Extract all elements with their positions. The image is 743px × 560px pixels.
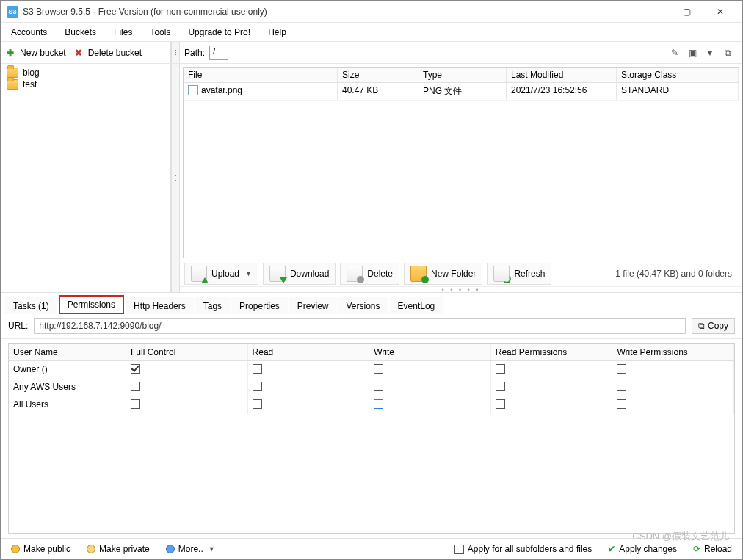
checkbox[interactable]	[253, 364, 262, 374]
menu-buckets[interactable]: Buckets	[57, 25, 104, 40]
new-folder-label: New Folder	[431, 269, 476, 279]
apply-changes-label: Apply changes	[619, 544, 677, 554]
minimize-button[interactable]: —	[637, 1, 670, 22]
main-split: blogtest ⋮ File Size Type Last Modified …	[1, 64, 742, 293]
close-button[interactable]: ✕	[703, 1, 736, 22]
url-field[interactable]: http://192.168.7.142:9090/blog/	[34, 318, 686, 334]
checkbox[interactable]	[496, 364, 505, 374]
checkbox[interactable]	[374, 364, 383, 374]
perm-header-readp[interactable]: Read Permissions	[491, 344, 613, 360]
perm-header-full[interactable]: Full Control	[126, 344, 248, 360]
chevron-down-icon[interactable]: ▼	[245, 270, 252, 277]
checkbox[interactable]	[131, 382, 140, 391]
permissions-grid: User Name Full Control Read Write Read P…	[8, 343, 735, 534]
make-public-button[interactable]: Make public	[7, 542, 75, 556]
chevron-down-icon[interactable]: ▼	[209, 545, 215, 553]
apply-all-checkbox[interactable]: Apply for all subfolders and files	[450, 542, 596, 556]
perm-header-write[interactable]: Write	[369, 344, 491, 360]
plus-icon: ✚	[7, 48, 17, 58]
checkbox[interactable]	[374, 382, 383, 391]
file-status: 1 file (40.47 KB) and 0 folders	[556, 269, 738, 279]
apply-all-label: Apply for all subfolders and files	[468, 544, 592, 554]
tab-permissions[interactable]: Permissions	[59, 295, 124, 314]
tab-versions[interactable]: Versions	[338, 297, 388, 314]
copy-button[interactable]: ⧉Copy	[692, 318, 735, 334]
file-header-type[interactable]: Type	[418, 68, 507, 82]
perm-row[interactable]: Any AWS Users	[9, 379, 734, 396]
path-input[interactable]: /	[209, 46, 228, 60]
delete-bucket-label: Delete bucket	[88, 48, 142, 58]
new-folder-button[interactable]: New Folder	[404, 263, 482, 285]
splitter-vertical-top[interactable]: ⋮	[171, 42, 180, 63]
checkbox[interactable]	[617, 364, 626, 374]
refresh-icon	[493, 266, 510, 282]
checkbox[interactable]	[617, 399, 626, 409]
splitter-vertical[interactable]: ⋮	[171, 64, 180, 292]
delete-bucket-button[interactable]: ✖Delete bucket	[72, 46, 145, 60]
filter-icon[interactable]: ▾	[704, 47, 716, 59]
reload-icon: ⟳	[693, 544, 700, 554]
menu-files[interactable]: Files	[106, 25, 139, 40]
menu-tools[interactable]: Tools	[142, 25, 178, 40]
tree-item-blog[interactable]: blog	[5, 67, 166, 79]
tree-item-test[interactable]: test	[5, 79, 166, 90]
refresh-button[interactable]: Refresh	[487, 263, 551, 285]
perm-header-read[interactable]: Read	[248, 344, 370, 360]
tree-item-label: blog	[23, 68, 40, 78]
download-label: Download	[290, 269, 329, 279]
checkbox[interactable]	[253, 382, 262, 391]
make-public-label: Make public	[23, 544, 70, 554]
checkbox[interactable]	[131, 364, 140, 374]
menu-upgrade[interactable]: Upgrade to Pro!	[181, 25, 258, 40]
tab-eventlog[interactable]: EventLog	[390, 297, 443, 314]
more-icon	[166, 545, 175, 553]
lock-icon	[87, 545, 95, 553]
menu-accounts[interactable]: Accounts	[4, 25, 54, 40]
checkbox[interactable]	[617, 382, 626, 391]
tab-http-headers[interactable]: Http Headers	[126, 297, 194, 314]
perm-header-user[interactable]: User Name	[9, 344, 126, 360]
more-button[interactable]: More..▼	[162, 542, 220, 556]
tab-tags[interactable]: Tags	[195, 297, 230, 314]
delete-file-button[interactable]: Delete	[340, 263, 399, 285]
menu-help[interactable]: Help	[261, 25, 294, 40]
maximize-button[interactable]: ▢	[670, 1, 703, 22]
checkbox[interactable]	[253, 399, 262, 409]
apply-changes-button[interactable]: ✔Apply changes	[604, 542, 681, 556]
upload-button[interactable]: Upload▼	[184, 263, 258, 285]
perm-row[interactable]: Owner ()	[9, 361, 734, 379]
perm-header-writep[interactable]: Write Permissions	[612, 344, 734, 360]
file-header-storage[interactable]: Storage Class	[617, 68, 739, 82]
checkbox[interactable]	[496, 382, 505, 391]
file-header-size[interactable]: Size	[338, 68, 418, 82]
tree-item-label: test	[23, 79, 37, 90]
new-folder-icon	[410, 266, 427, 282]
menubar: Accounts Buckets Files Tools Upgrade to …	[1, 23, 742, 42]
delete-file-icon	[347, 266, 363, 282]
copy-path-icon[interactable]: ⧉	[722, 47, 733, 59]
tab-tasks[interactable]: Tasks (1)	[5, 297, 57, 314]
apply-all-box[interactable]	[454, 545, 464, 554]
titlebar: S3 S3 Browser 9.5.5 - Free Version (for …	[1, 1, 742, 23]
reload-button[interactable]: ⟳Reload	[689, 542, 736, 556]
tab-preview[interactable]: Preview	[289, 297, 337, 314]
file-header-file[interactable]: File	[184, 68, 338, 82]
select-all-icon[interactable]: ▣	[686, 47, 698, 59]
public-icon	[11, 545, 20, 553]
checkbox[interactable]	[374, 399, 383, 409]
new-bucket-button[interactable]: ✚New bucket	[4, 46, 69, 60]
perm-user: Owner ()	[9, 361, 126, 379]
perm-row[interactable]: All Users	[9, 396, 734, 414]
make-private-label: Make private	[99, 544, 150, 554]
edit-icon[interactable]: ✎	[669, 47, 681, 59]
file-row[interactable]: avatar.png40.47 KBPNG 文件2021/7/23 16:52:…	[184, 83, 739, 101]
checkbox[interactable]	[131, 399, 140, 409]
file-header-modified[interactable]: Last Modified	[507, 68, 617, 82]
url-label: URL:	[8, 321, 28, 331]
splitter-horizontal[interactable]: • • • • •	[180, 286, 742, 292]
download-button[interactable]: Download	[263, 263, 336, 285]
make-private-button[interactable]: Make private	[82, 542, 154, 556]
tab-properties[interactable]: Properties	[231, 297, 288, 314]
checkbox[interactable]	[496, 399, 505, 409]
file-icon	[188, 85, 198, 95]
